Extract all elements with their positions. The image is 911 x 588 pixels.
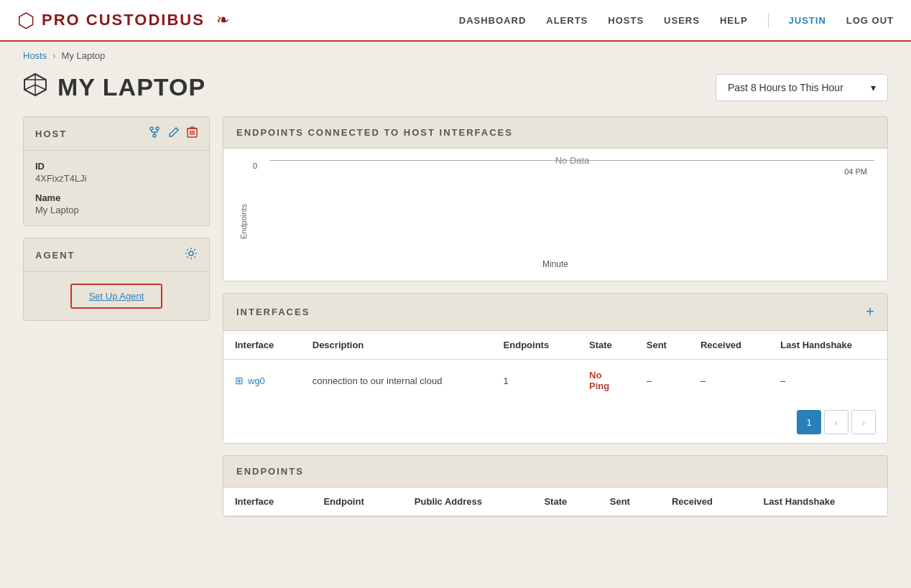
- nav-hosts[interactable]: HOSTS: [608, 15, 644, 26]
- ep-col-state: State: [532, 487, 598, 516]
- page-1-button[interactable]: 1: [797, 410, 821, 434]
- host-edit-icon[interactable]: [168, 126, 180, 141]
- host-card-header: HOST: [24, 117, 209, 151]
- ep-col-interface: Interface: [223, 487, 312, 516]
- ep-col-endpoint: Endpoint: [312, 487, 402, 516]
- chart-container: Endpoints 0 No Data 04 PM Minute: [223, 149, 887, 281]
- agent-card-title: AGENT: [35, 250, 75, 261]
- page-cube-icon: [23, 73, 47, 102]
- breadcrumb-separator: ›: [52, 50, 55, 61]
- header: ⬡ PRO CUSTODIBUS ❧ DASHBOARD ALERTS HOST…: [0, 0, 911, 42]
- col-received: Received: [689, 331, 769, 360]
- chart-x-label: Minute: [542, 259, 568, 269]
- id-label: ID: [35, 161, 198, 172]
- chart-inner: 0 No Data 04 PM: [269, 160, 874, 161]
- chart-y-tick: 0: [253, 162, 257, 170]
- last-handshake-cell: –: [769, 360, 887, 402]
- time-filter-label: Past 8 Hours to This Hour: [728, 82, 843, 93]
- nav-divider: [768, 13, 769, 27]
- col-sent: Sent: [635, 331, 689, 360]
- chevron-down-icon: ▾: [871, 82, 876, 93]
- interfaces-table-head: Interface Description Endpoints State Se…: [223, 331, 887, 360]
- page-title-row: MY LAPTOP Past 8 Hours to This Hour ▾: [0, 70, 911, 116]
- endpoints-card: ENDPOINTS Interface Endpoint Public Addr…: [223, 455, 888, 517]
- ep-col-sent: Sent: [598, 487, 660, 516]
- state-no-ping: NoPing: [589, 370, 609, 391]
- interfaces-pagination: 1 ‹ ›: [223, 401, 887, 443]
- col-endpoints: Endpoints: [492, 331, 578, 360]
- ep-col-public-address: Public Address: [403, 487, 533, 516]
- nav-help[interactable]: HELP: [720, 15, 748, 26]
- host-card-body: ID 4XFixzT4LJi Name My Laptop: [24, 151, 209, 225]
- chart-footer: Minute: [236, 259, 874, 272]
- endpoints-table-head: Interface Endpoint Public Address State …: [223, 487, 887, 516]
- endpoints-table-wrapper: Interface Endpoint Public Address State …: [223, 487, 887, 516]
- chart-no-data: No Data: [555, 155, 590, 166]
- agent-card: AGENT Set Up Agent: [23, 238, 210, 321]
- col-state: State: [578, 331, 635, 360]
- breadcrumb-current: My Laptop: [62, 50, 106, 61]
- svg-point-17: [189, 251, 193, 256]
- host-delete-icon[interactable]: [187, 126, 198, 141]
- logo-text: PRO CUSTODIBUS: [42, 11, 205, 29]
- name-value: My Laptop: [35, 205, 198, 215]
- logo-decoration: ❧: [216, 11, 229, 29]
- ep-col-received: Received: [660, 487, 752, 516]
- name-label: Name: [35, 192, 198, 203]
- interface-grid-icon: ⊞: [235, 375, 244, 386]
- interface-cell: ⊞ wg0: [223, 360, 301, 402]
- main-nav: DASHBOARD ALERTS HOSTS USERS HELP JUSTIN…: [459, 13, 894, 27]
- agent-settings-icon[interactable]: [185, 247, 198, 263]
- svg-line-4: [35, 85, 46, 90]
- interface-link-cell: ⊞ wg0: [235, 375, 265, 386]
- ep-col-last-handshake: Last Handshake: [752, 487, 887, 516]
- agent-card-header: AGENT: [24, 238, 209, 272]
- setup-agent-button[interactable]: Set Up Agent: [70, 284, 163, 309]
- breadcrumb-parent[interactable]: Hosts: [23, 50, 47, 61]
- host-fork-icon[interactable]: [148, 126, 161, 141]
- svg-point-5: [150, 127, 153, 130]
- host-card-title: HOST: [35, 129, 67, 139]
- endpoints-table: Interface Endpoint Public Address State …: [223, 487, 887, 516]
- host-card-icons: [148, 126, 198, 141]
- next-page-button: ›: [851, 410, 876, 434]
- svg-point-7: [153, 134, 156, 137]
- add-interface-button[interactable]: +: [866, 304, 874, 320]
- endpoints-chart-title: ENDPOINTS CONNECTED TO HOST INTERFACES: [236, 127, 513, 138]
- nav-alerts[interactable]: ALERTS: [546, 15, 588, 26]
- chart-area: Endpoints 0 No Data 04 PM: [236, 160, 874, 239]
- breadcrumb: Hosts › My Laptop: [0, 42, 911, 70]
- logo: ⬡ PRO CUSTODIBUS ❧: [17, 9, 229, 32]
- endpoints-title: ENDPOINTS: [236, 466, 304, 477]
- interface-link[interactable]: wg0: [248, 375, 265, 386]
- chart-y-label: Endpoints: [236, 160, 248, 239]
- host-card: HOST: [23, 116, 210, 226]
- endpoints-cell: 1: [492, 360, 578, 402]
- state-cell: NoPing: [578, 360, 635, 402]
- col-description: Description: [301, 331, 492, 360]
- svg-line-3: [24, 85, 35, 90]
- interfaces-table: Interface Description Endpoints State Se…: [223, 331, 887, 401]
- main-content: HOST: [0, 116, 911, 540]
- sent-cell: –: [635, 360, 689, 402]
- left-panel: HOST: [23, 116, 210, 517]
- agent-card-body: Set Up Agent: [24, 272, 209, 320]
- nav-dashboard[interactable]: DASHBOARD: [459, 15, 527, 26]
- interfaces-title: INTERFACES: [236, 307, 310, 317]
- logo-icon: ⬡: [17, 9, 34, 32]
- endpoints-chart-header: ENDPOINTS CONNECTED TO HOST INTERFACES: [223, 117, 887, 149]
- nav-logout[interactable]: LOG OUT: [846, 15, 894, 26]
- chart-x-tick: 04 PM: [844, 167, 867, 176]
- nav-users[interactable]: USERS: [664, 15, 700, 26]
- col-last-handshake: Last Handshake: [769, 331, 887, 360]
- endpoints-header: ENDPOINTS: [223, 456, 887, 487]
- time-filter-dropdown[interactable]: Past 8 Hours to This Hour ▾: [716, 74, 888, 101]
- received-cell: –: [689, 360, 769, 402]
- page-title-left: MY LAPTOP: [23, 73, 205, 102]
- interfaces-header: INTERFACES +: [223, 294, 887, 331]
- svg-point-6: [156, 127, 159, 130]
- interfaces-table-body: ⊞ wg0 connection to our internal cloud 1…: [223, 360, 887, 402]
- interfaces-card: INTERFACES + Interface Description Endpo…: [223, 293, 888, 444]
- prev-page-button: ‹: [824, 410, 848, 434]
- table-row: ⊞ wg0 connection to our internal cloud 1…: [223, 360, 887, 402]
